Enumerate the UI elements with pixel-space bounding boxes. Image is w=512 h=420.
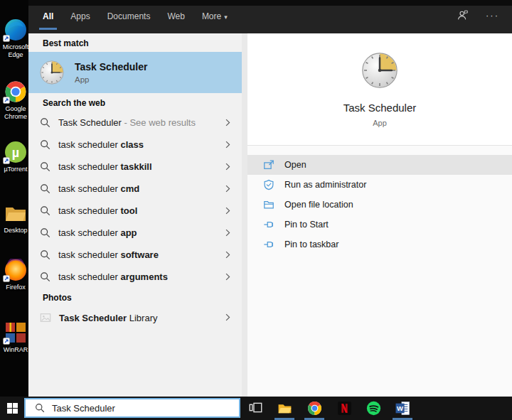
desktop-shortcut-edge[interactable]: Microsoft Edge xyxy=(1,18,30,58)
taskbar-chrome[interactable] xyxy=(307,401,322,416)
best-match-header: Best match xyxy=(28,33,242,52)
best-match-result[interactable]: Task Scheduler App xyxy=(28,52,242,93)
chrome-icon xyxy=(4,80,27,103)
desktop-shortcut-firefox[interactable]: Firefox xyxy=(1,259,30,291)
pin-icon xyxy=(263,219,274,230)
task-scheduler-clock-icon xyxy=(361,51,399,90)
app-title: Task Scheduler xyxy=(247,102,512,114)
folder-location-icon xyxy=(263,199,274,210)
utorrent-icon: µ xyxy=(4,141,27,163)
search-suggestion[interactable]: task scheduler app xyxy=(28,222,242,244)
photo-icon xyxy=(40,312,51,323)
taskbar-spotify[interactable] xyxy=(366,401,381,416)
photos-result[interactable]: Task Scheduler Library xyxy=(28,306,242,329)
search-suggestion[interactable]: task scheduler software xyxy=(28,244,242,266)
action-list: Open Run as administrator Open file loca… xyxy=(247,155,512,254)
action-open-file-location[interactable]: Open file location xyxy=(247,195,512,215)
search-suggestion[interactable]: task scheduler cmd xyxy=(28,178,242,200)
tab-more[interactable]: More▾ xyxy=(202,11,228,21)
folder-icon xyxy=(4,202,27,225)
search-icon xyxy=(40,227,50,238)
taskbar-netflix[interactable] xyxy=(337,401,352,416)
desktop-icon-label: Desktop xyxy=(1,227,30,235)
taskbar: Task Scheduler xyxy=(0,397,512,420)
chevron-right-icon[interactable] xyxy=(225,229,230,237)
action-pin-to-taskbar[interactable]: Pin to taskbar xyxy=(247,235,512,254)
user-account-icon[interactable] xyxy=(457,9,469,21)
app-subtitle: App xyxy=(247,119,512,127)
chevron-right-icon[interactable] xyxy=(225,251,230,259)
tab-web[interactable]: Web xyxy=(167,11,184,21)
desktop-folder-desktop[interactable]: Desktop xyxy=(1,202,30,235)
desktop-icon-label: Firefox xyxy=(1,284,30,291)
pin-icon xyxy=(263,239,274,250)
taskbar-file-explorer[interactable] xyxy=(277,401,292,416)
shortcut-arrow-icon xyxy=(3,338,10,345)
best-match-title: Task Scheduler xyxy=(75,61,147,72)
search-web-header: Search the web xyxy=(28,93,242,112)
photos-header: Photos xyxy=(28,288,242,306)
netflix-icon xyxy=(337,401,352,416)
chrome-icon xyxy=(307,401,322,416)
task-scheduler-clock-icon xyxy=(39,60,65,85)
shortcut-arrow-icon xyxy=(3,35,10,42)
search-suggestion[interactable]: task scheduler arguments xyxy=(28,266,242,288)
task-view-button[interactable] xyxy=(249,401,264,416)
search-icon xyxy=(40,161,50,172)
search-flyout-window: All Apps Documents Web More▾ ··· Best ma… xyxy=(28,0,512,397)
filter-tabs: All Apps Documents Web More▾ xyxy=(28,0,512,21)
search-icon xyxy=(40,249,50,260)
desktop-icon-label: Microsoft Edge xyxy=(1,43,30,58)
chevron-right-icon[interactable] xyxy=(225,273,230,281)
search-icon xyxy=(40,271,50,282)
file-explorer-icon xyxy=(277,401,292,416)
preview-panel: Task Scheduler App Open Run as administr… xyxy=(247,33,512,397)
task-view-icon xyxy=(249,401,262,414)
options-ellipsis-icon[interactable]: ··· xyxy=(486,12,499,19)
search-icon xyxy=(40,139,50,150)
spotify-icon xyxy=(366,401,381,416)
chevron-right-icon[interactable] xyxy=(225,119,230,126)
chevron-right-icon[interactable] xyxy=(225,185,230,193)
desktop-icon-label: Google Chrome xyxy=(1,105,30,120)
chevron-right-icon[interactable] xyxy=(225,313,230,321)
taskbar-search-input[interactable]: Task Scheduler xyxy=(24,398,240,418)
taskbar-word[interactable] xyxy=(395,401,410,416)
chevron-right-icon[interactable] xyxy=(225,207,230,215)
search-suggestion[interactable]: task scheduler tool xyxy=(28,200,242,222)
open-window-icon xyxy=(263,159,274,171)
best-match-subtitle: App xyxy=(75,75,147,84)
firefox-icon xyxy=(4,259,27,281)
tab-apps[interactable]: Apps xyxy=(70,11,90,21)
svg-text:µ: µ xyxy=(12,146,19,160)
edge-icon xyxy=(4,18,27,41)
chevron-right-icon[interactable] xyxy=(225,141,230,149)
search-input-value: Task Scheduler xyxy=(52,403,115,414)
desktop-shortcut-utorrent[interactable]: µ µTorrent xyxy=(1,141,30,173)
search-suggestion[interactable]: Task Scheduler - See web results xyxy=(28,112,242,134)
action-pin-to-start[interactable]: Pin to Start xyxy=(247,215,512,235)
action-open[interactable]: Open xyxy=(247,155,512,175)
tab-documents[interactable]: Documents xyxy=(107,11,151,21)
action-run-as-administrator[interactable]: Run as administrator xyxy=(247,175,512,195)
desktop-shortcut-chrome[interactable]: Google Chrome xyxy=(1,80,30,120)
search-icon xyxy=(40,117,50,128)
results-panel: Best match Task Scheduler App Search the… xyxy=(28,33,242,397)
windows-logo-icon xyxy=(7,403,18,414)
chevron-right-icon[interactable] xyxy=(225,163,230,171)
search-filter-header: All Apps Documents Web More▾ ··· xyxy=(28,0,512,33)
word-icon xyxy=(395,401,410,416)
search-icon xyxy=(40,205,50,216)
desktop-icon-label: WinRAR xyxy=(1,346,30,354)
desktop-icon-label: µTorrent xyxy=(1,166,30,173)
search-icon xyxy=(35,403,45,413)
app-preview-card: Task Scheduler App xyxy=(247,33,512,146)
search-suggestion[interactable]: task scheduler class xyxy=(28,134,242,156)
desktop-shortcut-winrar[interactable]: WinRAR xyxy=(1,321,30,354)
search-suggestion[interactable]: task scheduler taskkill xyxy=(28,156,242,178)
start-button[interactable] xyxy=(0,397,25,420)
tab-all[interactable]: All xyxy=(43,11,53,21)
chevron-down-icon: ▾ xyxy=(224,14,228,21)
winrar-icon xyxy=(4,321,27,344)
shortcut-arrow-icon xyxy=(3,157,10,164)
